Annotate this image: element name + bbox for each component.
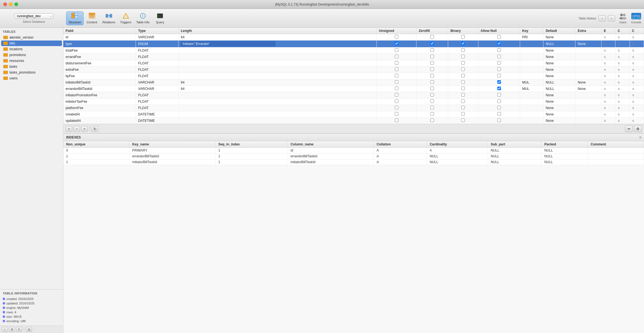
allow-null-cell[interactable] — [478, 105, 520, 111]
unsigned-cell[interactable] — [377, 86, 416, 92]
sort-arrows-icon[interactable]: ⇅ — [632, 94, 634, 97]
table-row[interactable]: createdAtDATETIMENone⇅⇅⇅ — [63, 111, 644, 118]
close-button[interactable] — [3, 2, 7, 6]
edit-button[interactable]: ✏ — [625, 125, 633, 132]
allow-null-checkbox[interactable] — [497, 80, 501, 84]
binary-checkbox[interactable] — [461, 61, 465, 65]
sort-arrows-icon[interactable]: ⇅ — [618, 68, 620, 71]
table-row[interactable]: initiatorPromotionFeeFLOATNone⇅⇅⇅ — [63, 92, 644, 99]
table-row[interactable]: errandorBillTaskIdVARCHAR64MULNULLNone⇅⇅… — [63, 86, 644, 92]
zerofill-cell[interactable] — [416, 47, 448, 54]
c1-cell[interactable]: ⇅ — [615, 67, 630, 73]
table-row[interactable]: totalFeeFLOATNone⇅⇅⇅ — [63, 47, 644, 54]
sort-arrows-icon[interactable]: ⇅ — [618, 62, 620, 65]
field-length-cell[interactable] — [178, 67, 376, 73]
duplicate-field-button[interactable]: + — [81, 126, 88, 132]
binary-checkbox[interactable] — [461, 112, 465, 116]
table-row[interactable]: disbursementFeeFLOATNone⇅⇅⇅ — [63, 60, 644, 67]
allow-null-cell[interactable] — [478, 34, 520, 41]
field-length-cell[interactable] — [178, 105, 376, 111]
zerofill-cell[interactable] — [416, 105, 448, 111]
sort-arrows-icon[interactable]: ⇅ — [632, 42, 634, 46]
sidebar-item-alembic_version[interactable]: alembic_version — [1, 35, 62, 40]
c1-cell[interactable]: ⇅ — [615, 105, 630, 111]
c2-cell[interactable]: ⇅ — [630, 79, 644, 86]
maximize-button[interactable] — [14, 2, 18, 6]
console-button[interactable]: conso Le off Console — [631, 13, 642, 24]
sort-arrows-icon[interactable]: ⇅ — [618, 49, 620, 52]
unsigned-checkbox[interactable] — [395, 67, 398, 71]
zerofill-checkbox[interactable] — [430, 118, 434, 122]
binary-cell[interactable] — [448, 60, 478, 67]
indexes-collapse-button[interactable]: ≡ — [639, 135, 641, 139]
binary-checkbox[interactable] — [461, 48, 465, 52]
unsigned-checkbox[interactable] — [395, 74, 398, 77]
table-row[interactable]: platformFeeFLOATNone⇅⇅⇅ — [63, 105, 644, 111]
binary-cell[interactable] — [448, 54, 478, 60]
c2-cell[interactable]: ⇅ — [630, 99, 644, 105]
zerofill-checkbox[interactable] — [430, 112, 434, 116]
sort-arrows-icon[interactable]: ⇅ — [618, 42, 620, 46]
unsigned-checkbox[interactable] — [395, 48, 398, 52]
zerofill-cell[interactable] — [416, 79, 448, 86]
allow-null-cell[interactable] — [478, 86, 520, 92]
sort-arrows-icon[interactable]: ⇅ — [604, 62, 606, 65]
zerofill-cell[interactable] — [416, 73, 448, 79]
allow-null-checkbox[interactable] — [497, 61, 501, 65]
e-cell[interactable]: ⇅ — [601, 99, 615, 105]
field-length-cell[interactable] — [178, 41, 376, 47]
c2-cell[interactable]: ⇅ — [630, 41, 644, 47]
unsigned-checkbox[interactable] — [395, 35, 398, 39]
c2-cell[interactable]: ⇅ — [630, 92, 644, 99]
allow-null-checkbox[interactable] — [497, 55, 501, 58]
e-cell[interactable]: ⇅ — [601, 54, 615, 60]
sort-arrows-icon[interactable]: ⇅ — [632, 113, 634, 116]
c2-cell[interactable]: ⇅ — [630, 60, 644, 67]
unsigned-cell[interactable] — [377, 92, 416, 99]
zerofill-checkbox[interactable] — [430, 48, 434, 52]
table-row[interactable]: updatedAtDATETIMENone⇅⇅⇅ — [63, 118, 644, 124]
c1-cell[interactable]: ⇅ — [615, 47, 630, 54]
sort-arrows-icon[interactable]: ⇅ — [632, 107, 634, 110]
field-length-cell[interactable] — [178, 92, 376, 99]
field-length-cell[interactable] — [178, 47, 376, 54]
allow-null-checkbox[interactable] — [497, 35, 501, 39]
content-button[interactable]: Content — [84, 12, 100, 25]
binary-cell[interactable] — [448, 47, 478, 54]
zerofill-checkbox[interactable] — [430, 93, 434, 97]
allow-null-cell[interactable] — [478, 92, 520, 99]
field-length-cell[interactable]: 64 — [178, 34, 376, 41]
allow-null-checkbox[interactable] — [497, 48, 501, 52]
c2-cell[interactable]: ⇅ — [630, 54, 644, 60]
e-cell[interactable]: ⇅ — [601, 60, 615, 67]
allow-null-cell[interactable] — [478, 79, 520, 86]
binary-cell[interactable] — [448, 92, 478, 99]
field-length-cell[interactable]: 64 — [178, 79, 376, 86]
c1-cell[interactable]: ⇅ — [615, 34, 630, 41]
binary-checkbox[interactable] — [461, 80, 465, 84]
add-table-button[interactable]: + — [2, 327, 8, 332]
structure-button[interactable]: Structure — [66, 11, 84, 25]
zerofill-checkbox[interactable] — [430, 99, 434, 103]
e-cell[interactable]: ⇅ — [601, 41, 615, 47]
sort-arrows-icon[interactable]: ⇅ — [604, 56, 606, 59]
zerofill-cell[interactable] — [416, 99, 448, 105]
sort-arrows-icon[interactable]: ⇅ — [604, 75, 606, 78]
sidebar-item-bills[interactable]: bills — [1, 41, 62, 46]
sort-arrows-icon[interactable]: ⇅ — [604, 113, 606, 116]
e-cell[interactable]: ⇅ — [601, 73, 615, 79]
sort-arrows-icon[interactable]: ⇅ — [632, 81, 634, 84]
zerofill-checkbox[interactable] — [430, 87, 434, 90]
binary-checkbox[interactable] — [461, 42, 465, 45]
c1-cell[interactable]: ⇅ — [615, 92, 630, 99]
sort-arrows-icon[interactable]: ⇅ — [618, 36, 620, 39]
table-row[interactable]: idVARCHAR64PRINone⇅⇅⇅ — [63, 34, 644, 41]
zerofill-checkbox[interactable] — [430, 61, 434, 65]
allow-null-cell[interactable] — [478, 67, 520, 73]
sort-arrows-icon[interactable]: ⇅ — [618, 75, 620, 78]
sidebar-item-tasks_promotions[interactable]: tasks_promotions — [1, 70, 62, 75]
zerofill-cell[interactable] — [416, 41, 448, 47]
refresh-button[interactable]: ↻ — [16, 327, 22, 332]
unsigned-checkbox[interactable] — [395, 112, 398, 116]
c1-cell[interactable]: ⇅ — [615, 79, 630, 86]
